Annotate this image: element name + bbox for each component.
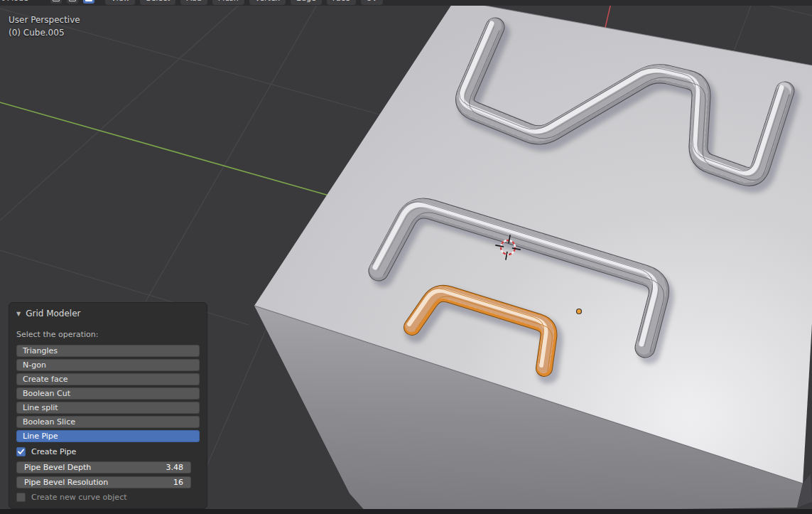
operation-button-boolean-slice[interactable]: Boolean Slice [16,416,200,428]
operation-button-line-split[interactable]: Line split [16,402,200,414]
edge-select-button[interactable] [67,0,78,4]
operation-button-triangles[interactable]: Triangles [16,345,200,357]
operation-button-n-gon[interactable]: N-gon [16,359,200,371]
viewport-header-bar: t Mode ⌄ ViewSelectAddMeshVertexEdgeFace… [0,0,812,6]
slider-value: 3.48 [166,463,184,472]
object-origin-dot [577,309,582,314]
menu-mesh[interactable]: Mesh [212,0,244,5]
menu-uv[interactable]: UV [361,0,384,5]
vertex-select-button[interactable] [50,0,62,4]
create-new-curve-checkbox[interactable] [16,493,26,502]
operation-button-create-face[interactable]: Create face [16,373,200,385]
menu-select[interactable]: Select [140,0,175,5]
create-pipe-row[interactable]: Create Pipe [9,442,207,459]
menu-add[interactable]: Add [180,0,207,5]
operation-button-boolean-cut[interactable]: Boolean Cut [16,387,200,400]
menu-vertex[interactable]: Vertex [249,0,286,5]
slider-value: 16 [173,478,183,487]
grid-modeler-panel: ▼ Grid Modeler Select the operation: Tri… [9,302,207,509]
vertex-select-icon [53,0,60,1]
check-icon [18,449,24,455]
slider-label: Pipe Bevel Resolution [24,478,108,487]
slider-pipe-bevel-depth[interactable]: Pipe Bevel Depth3.48 [16,461,191,473]
active-object-label: (0) Cube.005 [9,26,80,39]
create-pipe-label: Create Pipe [31,447,76,456]
menu-edge[interactable]: Edge [291,0,322,5]
menu-view[interactable]: View [105,0,135,5]
create-pipe-checkbox[interactable] [16,447,26,456]
operation-list: TrianglesN-gonCreate faceBoolean CutLine… [9,345,207,442]
menu-bar: ViewSelectAddMeshVertexEdgeFaceUV [105,0,383,5]
face-select-button[interactable] [83,0,94,4]
window-bottom-strip [0,509,812,514]
create-new-curve-row[interactable]: Create new curve object [9,488,207,505]
viewport-info-overlay: User Perspective (0) Cube.005 [9,14,80,39]
create-new-curve-label: Create new curve object [31,493,127,502]
operation-prompt: Select the operation: [9,320,207,345]
slider-pipe-bevel-resolution[interactable]: Pipe Bevel Resolution16 [16,476,191,488]
pipe-settings: Pipe Bevel Depth3.48Pipe Bevel Resolutio… [9,459,207,488]
edge-select-icon [69,0,76,1]
blender-window: t Mode ⌄ ViewSelectAddMeshVertexEdgeFace… [0,0,812,514]
face-select-icon [85,0,92,1]
menu-face[interactable]: Face [327,0,356,5]
panel-title: Grid Modeler [26,309,80,318]
collapse-arrow-icon: ▼ [16,311,21,317]
perspective-label: User Perspective [9,14,80,26]
mode-dropdown[interactable]: t Mode [0,0,31,5]
chevron-down-icon[interactable]: ⌄ [34,0,40,1]
panel-header[interactable]: ▼ Grid Modeler [9,303,207,320]
slider-label: Pipe Bevel Depth [24,463,91,472]
operation-button-line-pipe[interactable]: Line Pipe [16,430,200,442]
